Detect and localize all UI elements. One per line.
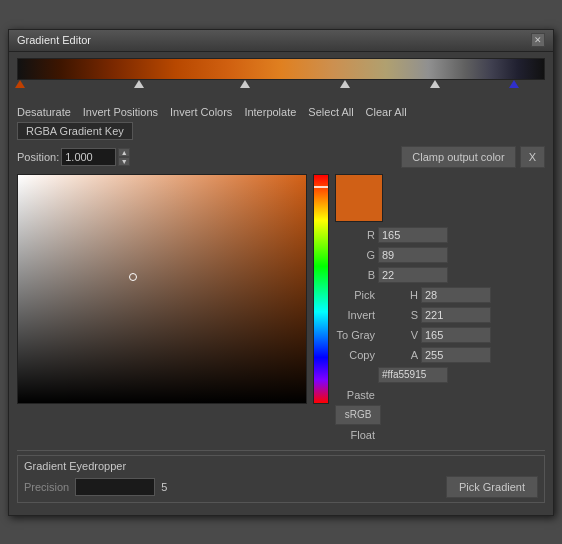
invert-colors-button[interactable]: Invert Colors <box>170 106 232 118</box>
paste-row: Paste <box>335 386 545 404</box>
precision-input[interactable] <box>75 478 155 496</box>
clamp-output-button[interactable]: Clamp output color <box>401 146 515 168</box>
position-label: Position: <box>17 151 59 163</box>
h-row: Pick H <box>335 286 545 304</box>
marker-5[interactable] <box>509 80 519 88</box>
position-spinner: ▲ ▼ <box>118 148 130 166</box>
titlebar: Gradient Editor ✕ <box>9 30 553 52</box>
hue-cursor <box>314 186 328 188</box>
h-input[interactable] <box>421 287 491 303</box>
toolbar: Desaturate Invert Positions Invert Color… <box>17 100 545 122</box>
s-row: Invert S <box>335 306 545 324</box>
a-input[interactable] <box>421 347 491 363</box>
marker-1[interactable] <box>134 80 144 88</box>
invert-label: Invert <box>335 309 375 321</box>
invert-positions-button[interactable]: Invert Positions <box>83 106 158 118</box>
window-close-button[interactable]: ✕ <box>531 33 545 47</box>
b-input[interactable] <box>378 267 448 283</box>
g-input[interactable] <box>378 247 448 263</box>
precision-row: Precision 5 <box>24 478 167 496</box>
srgb-button[interactable]: sRGB <box>335 405 381 425</box>
position-field: Position: ▲ ▼ <box>17 148 130 166</box>
pick-label: Pick <box>335 289 375 301</box>
position-input[interactable] <box>61 148 116 166</box>
select-all-button[interactable]: Select All <box>308 106 353 118</box>
b-row: B <box>335 266 545 284</box>
g-row: G <box>335 246 545 264</box>
color-swatch <box>335 174 383 222</box>
paste-label: Paste <box>335 389 375 401</box>
r-row: R <box>335 226 545 244</box>
r-label: R <box>335 229 375 241</box>
v-row: To Gray V <box>335 326 545 344</box>
gradient-bar[interactable] <box>17 58 545 80</box>
picker-area: R G B Pick H Invert S <box>17 174 545 444</box>
sv-cursor <box>129 273 137 281</box>
eyedropper-bottom-row: Precision 5 Pick Gradient <box>24 476 538 498</box>
sv-square[interactable] <box>17 174 307 404</box>
copy-label: Copy <box>335 349 375 361</box>
s-label: S <box>378 309 418 321</box>
precision-value: 5 <box>161 481 167 493</box>
clamp-close-group: Clamp output color X <box>401 146 545 168</box>
hex-input[interactable] <box>378 367 448 383</box>
b-label: B <box>335 269 375 281</box>
marker-3[interactable] <box>340 80 350 88</box>
eyedropper-section: Gradient Eyedropper Precision 5 Pick Gra… <box>17 455 545 503</box>
marker-2[interactable] <box>240 80 250 88</box>
color-info-panel: R G B Pick H Invert S <box>335 174 545 444</box>
a-row: Copy A <box>335 346 545 364</box>
gradient-bar-container <box>17 58 545 96</box>
r-input[interactable] <box>378 227 448 243</box>
to-gray-label: To Gray <box>335 329 375 341</box>
window-title: Gradient Editor <box>17 34 91 46</box>
position-up-button[interactable]: ▲ <box>118 148 130 157</box>
g-label: G <box>335 249 375 261</box>
hue-slider[interactable] <box>313 174 329 404</box>
marker-0[interactable] <box>15 80 25 88</box>
srgb-row: sRGB <box>335 406 545 424</box>
v-input[interactable] <box>421 327 491 343</box>
clear-all-button[interactable]: Clear All <box>366 106 407 118</box>
eyedropper-title: Gradient Eyedropper <box>24 460 538 472</box>
v-label: V <box>378 329 418 341</box>
clamp-close-button[interactable]: X <box>520 146 545 168</box>
divider <box>17 450 545 451</box>
position-down-button[interactable]: ▼ <box>118 157 130 166</box>
float-label: Float <box>335 429 375 441</box>
gradient-editor-window: Gradient Editor ✕ Desaturate Invert Posi… <box>8 29 554 516</box>
s-input[interactable] <box>421 307 491 323</box>
rgba-key-label: RGBA Gradient Key <box>17 122 133 140</box>
pick-gradient-button[interactable]: Pick Gradient <box>446 476 538 498</box>
precision-label: Precision <box>24 481 69 493</box>
h-label: H <box>378 289 418 301</box>
main-content: Desaturate Invert Positions Invert Color… <box>9 52 553 515</box>
position-row: Position: ▲ ▼ Clamp output color X <box>17 146 545 168</box>
gradient-markers <box>17 80 545 94</box>
a-label: A <box>378 349 418 361</box>
interpolate-button[interactable]: Interpolate <box>244 106 296 118</box>
desaturate-button[interactable]: Desaturate <box>17 106 71 118</box>
marker-4[interactable] <box>430 80 440 88</box>
float-row: Float <box>335 426 545 444</box>
hex-row <box>335 366 545 384</box>
